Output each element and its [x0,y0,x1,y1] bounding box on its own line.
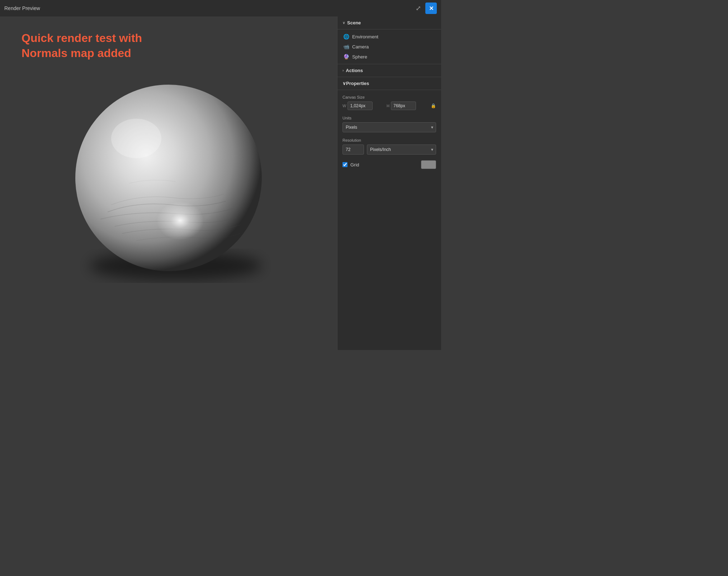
grid-group: Grid [342,160,436,169]
canvas-area: Quick render test with Normals map added [0,16,337,350]
height-input[interactable] [391,101,416,110]
scene-item-environment-label: Environment [352,34,378,39]
actions-label: Actions [346,68,363,73]
properties-content: Canvas Size W H 🔒 [337,90,441,180]
camera-icon: 📹 [343,44,349,49]
properties-header[interactable]: ∨ Properties [337,77,441,90]
actions-header[interactable]: › Actions [337,64,441,77]
main-area: Quick render test with Normals map added [0,16,441,350]
canvas-size-group: Canvas Size W H 🔒 [342,95,436,110]
top-bar-actions: ⤢ ✕ [414,3,437,14]
sphere-render [65,76,273,284]
actions-section: › Actions [337,64,441,77]
scene-section-header[interactable]: ∨ Scene [337,16,441,29]
sphere-highlight [111,119,161,158]
scene-label: Scene [347,20,361,25]
width-label: W [342,104,346,108]
units-select-wrapper: Pixels Inches Centimeters Millimeters Po… [342,122,436,132]
units-group: Units Pixels Inches Centimeters Millimet… [342,116,436,132]
expand-icon: ⤢ [416,4,421,12]
scene-items-list: 🌐 Environment 📹 Camera 🔮 Sphere [337,29,441,64]
scene-item-camera-label: Camera [352,44,369,49]
height-label: H [387,104,389,108]
sphere-icon: 🔮 [343,54,349,60]
render-title-line2: Normals map added [22,46,142,61]
right-panel: ∨ Scene 🌐 Environment 📹 Camera 🔮 Sphere … [337,16,441,350]
grid-label-area: Grid [342,162,359,167]
expand-button[interactable]: ⤢ [414,3,422,14]
canvas-size-label: Canvas Size [342,95,436,99]
properties-section: ∨ Properties Canvas Size W H [337,77,441,180]
grid-color-swatch[interactable] [421,160,436,169]
width-input[interactable] [348,101,373,110]
sphere-container [0,31,337,329]
window-title: Render Preview [4,5,40,11]
environment-icon: 🌐 [343,34,349,39]
actions-chevron-icon: › [342,69,344,72]
scene-item-environment[interactable]: 🌐 Environment [337,32,441,42]
grid-checkbox[interactable] [342,162,348,167]
properties-label: Properties [346,81,369,86]
resolution-unit-wrapper: Pixels/Inch Pixels/Centimeter [367,145,436,155]
sphere-specular [147,185,226,250]
properties-chevron-icon: ∨ [342,81,346,86]
lock-icon[interactable]: 🔒 [431,103,436,108]
resolution-unit-select[interactable]: Pixels/Inch Pixels/Centimeter [367,145,436,155]
grid-label: Grid [350,162,359,167]
render-title: Quick render test with Normals map added [22,31,142,61]
units-select[interactable]: Pixels Inches Centimeters Millimeters Po… [342,122,436,132]
scene-chevron-icon: ∨ [342,21,345,25]
top-bar: Render Preview ⤢ ✕ [0,0,441,16]
width-field: W [342,101,384,110]
grid-row: Grid [342,160,436,169]
render-title-line1: Quick render test with [22,31,142,46]
close-button[interactable]: ✕ [425,3,437,14]
units-label: Units [342,116,436,120]
height-field: H [387,101,428,110]
resolution-label: Resolution [342,138,436,142]
resolution-row: Pixels/Inch Pixels/Centimeter [342,145,436,155]
close-icon: ✕ [429,5,434,12]
scene-item-camera[interactable]: 📹 Camera [337,42,441,52]
scene-item-sphere[interactable]: 🔮 Sphere [337,52,441,62]
scene-item-sphere-label: Sphere [352,54,367,60]
canvas-size-row: W H 🔒 [342,101,436,110]
resolution-group: Resolution Pixels/Inch Pixels/Centimeter [342,138,436,155]
resolution-value-input[interactable] [342,145,364,155]
